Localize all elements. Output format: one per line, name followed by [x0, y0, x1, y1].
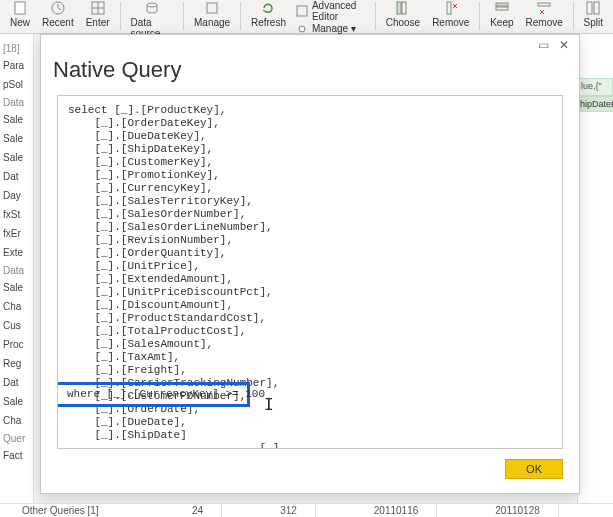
remove-label: Remove	[432, 17, 469, 28]
refresh-label: Refresh	[251, 17, 286, 28]
ok-button[interactable]: OK	[505, 459, 563, 479]
svg-rect-14	[496, 3, 508, 6]
keep-rows-button[interactable]: Keep	[484, 0, 519, 34]
editor-stack: Advanced Editor Manage ▾	[292, 0, 371, 34]
where-clause-highlight: where [_].[CurrencyKey] >= 100	[57, 382, 250, 407]
text-cursor-icon: I	[264, 398, 274, 411]
manage-dropdown[interactable]: Manage ▾	[296, 23, 356, 35]
gear-icon	[296, 23, 308, 35]
native-query-dialog: ▭ ✕ Native Query select [_].[ProductKey]…	[40, 34, 580, 494]
ribbon-separator	[240, 2, 241, 30]
manage-label: Manage	[194, 17, 230, 28]
manage-button[interactable]: Manage	[188, 0, 236, 34]
column-header-fragment[interactable]: hipDateK	[578, 96, 613, 112]
advanced-editor-label: Advanced Editor	[312, 0, 367, 22]
close-button[interactable]: ✕	[559, 38, 569, 52]
query-item[interactable]: fxSt	[0, 205, 33, 224]
query-item[interactable]: Proc	[0, 335, 33, 354]
queries-header: [18]	[0, 40, 33, 56]
query-item[interactable]: Cus	[0, 316, 33, 335]
minimize-button[interactable]: ▭	[538, 38, 549, 52]
split-icon	[585, 0, 601, 16]
refresh-icon	[260, 0, 276, 16]
status-bar: Other Queries [1] 24 312 20110116 201101…	[0, 503, 613, 517]
query-item[interactable]: Dat	[0, 373, 33, 392]
advanced-editor-button[interactable]: Advanced Editor	[296, 0, 367, 22]
svg-rect-7	[297, 6, 307, 16]
svg-rect-15	[496, 7, 508, 10]
svg-rect-6	[207, 3, 217, 13]
query-item[interactable]: Cha	[0, 411, 33, 430]
enter-label: Enter	[86, 17, 110, 28]
query-item[interactable]: Sale	[0, 148, 33, 167]
remove-rows-button[interactable]: Remove	[520, 0, 569, 34]
query-group[interactable]: Data	[0, 94, 33, 110]
datasource-icon	[144, 0, 160, 16]
remove-columns-icon	[443, 0, 459, 16]
code-highlight-line: where [_].[CurrencyKey] >= 100	[67, 388, 265, 400]
remove-rows-icon	[536, 0, 552, 16]
recent-icon	[50, 0, 66, 16]
svg-point-8	[299, 26, 305, 32]
ribbon-separator	[375, 2, 376, 30]
choose-columns-icon	[395, 0, 411, 16]
query-item[interactable]: Exte	[0, 243, 33, 262]
keep-label: Keep	[490, 17, 513, 28]
keep-rows-icon	[494, 0, 510, 16]
recent-label: Recent	[42, 17, 74, 28]
query-item[interactable]: Reg	[0, 354, 33, 373]
status-cell: 20110116	[356, 504, 438, 518]
enter-button[interactable]: Enter	[80, 0, 116, 34]
queries-panel: [18] Para pSol Data Sale Sale Sale Dat D…	[0, 34, 34, 503]
svg-rect-20	[594, 2, 599, 14]
query-item[interactable]: Fact	[0, 446, 33, 465]
refresh-button[interactable]: Refresh	[245, 0, 292, 34]
ribbon-separator	[573, 2, 574, 30]
new-button[interactable]: New	[4, 0, 36, 34]
query-item[interactable]: Cha	[0, 297, 33, 316]
dialog-footer: OK	[41, 449, 579, 493]
manage-icon	[204, 0, 220, 16]
dialog-titlebar: ▭ ✕	[41, 35, 579, 53]
ribbon-separator	[183, 2, 184, 30]
split-label: Split	[584, 17, 603, 28]
choose-button[interactable]: Choose	[380, 0, 426, 34]
dialog-title: Native Query	[41, 53, 579, 83]
code-tail: [_]	[68, 442, 279, 449]
status-cell: 312	[262, 504, 316, 518]
status-cell: 24	[174, 504, 222, 518]
query-group[interactable]: Quer	[0, 430, 33, 446]
status-cell: 20110128	[477, 504, 559, 518]
status-left: Other Queries [1]	[4, 504, 134, 518]
svg-rect-0	[15, 2, 25, 14]
query-item[interactable]: Para	[0, 56, 33, 75]
svg-rect-9	[397, 2, 401, 14]
grid-icon	[90, 0, 106, 16]
choose-label: Choose	[386, 17, 420, 28]
query-item[interactable]: Sale	[0, 392, 33, 411]
query-item[interactable]: Sale	[0, 129, 33, 148]
query-item[interactable]: fxEr	[0, 224, 33, 243]
query-group[interactable]: Data	[0, 262, 33, 278]
sql-code-box[interactable]: select [_].[ProductKey], [_].[OrderDateK…	[57, 95, 563, 449]
query-item[interactable]: Sale	[0, 278, 33, 297]
query-item[interactable]: Dat	[0, 167, 33, 186]
ribbon-toolbar: New Recent Enter Data source Manage Refr…	[0, 0, 613, 34]
query-item[interactable]: Day	[0, 186, 33, 205]
datasource-button[interactable]: Data source	[124, 0, 179, 34]
remove-columns-button[interactable]: Remove	[426, 0, 475, 34]
svg-rect-19	[587, 2, 592, 14]
editor-icon	[296, 5, 308, 17]
ribbon-separator	[120, 2, 121, 30]
svg-rect-11	[447, 2, 451, 14]
split-button[interactable]: Split	[578, 0, 609, 34]
svg-rect-10	[402, 2, 406, 14]
query-item[interactable]: pSol	[0, 75, 33, 94]
svg-point-5	[147, 3, 157, 7]
formula-fragment: lue,{"	[578, 78, 613, 96]
preview-strip: lue,{" hipDateK	[577, 34, 613, 503]
svg-rect-16	[538, 3, 550, 6]
manage-dropdown-label: Manage ▾	[312, 23, 356, 34]
recent-button[interactable]: Recent	[36, 0, 80, 34]
query-item[interactable]: Sale	[0, 110, 33, 129]
